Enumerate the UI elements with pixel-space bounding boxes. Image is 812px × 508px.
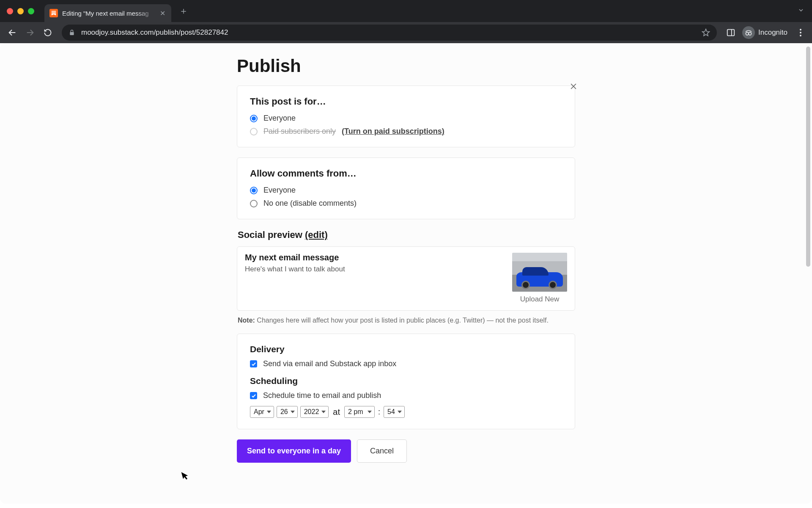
radio-unselected-icon: [250, 200, 258, 207]
schedule-checkbox-row[interactable]: Schedule time to email and publish: [250, 391, 562, 400]
window-controls: [7, 8, 34, 14]
audience-option-paid: Paid subscribers only(Turn on paid subsc…: [250, 127, 562, 136]
address-bar[interactable]: moodjoy.substack.com/publish/post/528278…: [62, 25, 717, 41]
radio-selected-icon: [250, 115, 258, 122]
comments-option-none[interactable]: No one (disable comments): [250, 199, 562, 208]
comments-heading: Allow comments from…: [250, 168, 562, 179]
hour-select[interactable]: 2 pm: [344, 406, 375, 418]
send-email-checkbox-row[interactable]: Send via email and Substack app inbox: [250, 359, 562, 368]
comments-everyone-label: Everyone: [263, 186, 296, 195]
social-edit-link[interactable]: (edit): [305, 229, 328, 240]
audience-paid-label: Paid subscribers only: [263, 127, 336, 136]
social-note: Note: Changes here will affect how your …: [238, 317, 574, 324]
incognito-label: Incognito: [758, 28, 787, 37]
time-colon: :: [378, 408, 380, 417]
lock-icon: [69, 29, 75, 36]
comments-option-everyone[interactable]: Everyone: [250, 186, 562, 195]
scheduling-heading: Scheduling: [250, 376, 562, 386]
social-heading-text: Social preview: [238, 229, 305, 240]
svg-point-8: [746, 32, 749, 35]
browser-tab[interactable]: Editing "My next email messag ✕: [44, 4, 171, 22]
year-select[interactable]: 2022: [300, 406, 329, 418]
delivery-heading: Delivery: [250, 344, 562, 354]
audience-everyone-label: Everyone: [263, 114, 296, 123]
send-email-label: Send via email and Substack app inbox: [263, 359, 396, 368]
action-buttons: Send to everyone in a day Cancel: [237, 439, 575, 463]
schedule-datetime-row: Apr 26 2022 at 2 pm : 54: [250, 406, 562, 418]
audience-card: This post is for… Everyone Paid subscrib…: [237, 86, 575, 147]
browser-toolbar: moodjoy.substack.com/publish/post/528278…: [0, 22, 812, 43]
social-preview-heading: Social preview (edit): [238, 229, 575, 240]
svg-rect-1: [52, 12, 56, 13]
checkbox-checked-icon: [250, 392, 257, 399]
delivery-card: Delivery Send via email and Substack app…: [237, 334, 575, 429]
svg-point-9: [749, 32, 752, 35]
social-preview-card: My next email message Here's what I want…: [237, 246, 575, 311]
cancel-button[interactable]: Cancel: [357, 439, 407, 463]
side-panel-icon[interactable]: [726, 28, 735, 37]
window-minimize-button[interactable]: [17, 8, 24, 14]
svg-rect-4: [70, 32, 74, 35]
note-text: Changes here will affect how your post i…: [255, 317, 549, 324]
preview-description: Here's what I want to talk about: [245, 265, 504, 273]
tab-overflow-icon[interactable]: [798, 7, 804, 14]
preview-thumbnail: [512, 253, 567, 292]
day-select[interactable]: 26: [277, 406, 298, 418]
comments-card: Allow comments from… Everyone No one (di…: [237, 157, 575, 219]
url-text: moodjoy.substack.com/publish/post/528278…: [81, 28, 696, 37]
radio-selected-icon: [250, 187, 258, 194]
back-button[interactable]: [5, 25, 19, 40]
note-label: Note:: [238, 317, 255, 324]
new-tab-button[interactable]: ＋: [179, 5, 188, 17]
substack-favicon-icon: [49, 9, 58, 17]
upload-new-link[interactable]: Upload New: [520, 295, 560, 304]
month-select[interactable]: Apr: [250, 406, 274, 418]
at-label: at: [333, 407, 340, 417]
turn-on-paid-link[interactable]: (Turn on paid subscriptions): [342, 127, 444, 136]
incognito-icon: [742, 26, 755, 39]
checkbox-checked-icon: [250, 360, 257, 367]
window-maximize-button[interactable]: [28, 8, 34, 14]
tab-close-icon[interactable]: ✕: [160, 9, 165, 17]
browser-tab-strip: Editing "My next email messag ✕ ＋: [0, 0, 812, 22]
svg-marker-5: [702, 29, 710, 36]
comments-none-label: No one (disable comments): [263, 199, 357, 208]
send-button[interactable]: Send to everyone in a day: [237, 439, 351, 463]
svg-rect-0: [52, 11, 56, 12]
radio-disabled-icon: [250, 128, 258, 135]
browser-menu-icon[interactable]: [794, 29, 807, 36]
forward-button[interactable]: [23, 25, 37, 40]
reload-button[interactable]: [41, 25, 55, 40]
audience-heading: This post is for…: [250, 96, 562, 107]
page-title: Publish: [237, 56, 575, 76]
bookmark-star-icon[interactable]: [702, 28, 710, 37]
preview-title: My next email message: [245, 253, 504, 262]
schedule-label: Schedule time to email and publish: [263, 391, 381, 400]
close-dialog-button[interactable]: [568, 80, 579, 92]
svg-rect-6: [727, 30, 735, 36]
window-close-button[interactable]: [7, 8, 13, 14]
incognito-indicator[interactable]: Incognito: [740, 25, 790, 41]
audience-option-everyone[interactable]: Everyone: [250, 114, 562, 123]
minute-select[interactable]: 54: [384, 406, 405, 418]
tab-title: Editing "My next email messag: [62, 10, 156, 17]
